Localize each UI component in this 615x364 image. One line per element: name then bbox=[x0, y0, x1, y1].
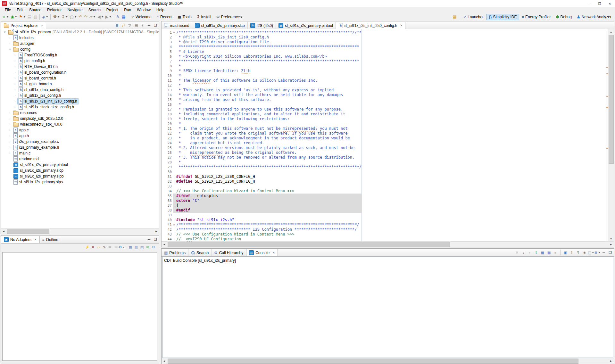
collapse-arrow-icon[interactable]: ∨ bbox=[3, 30, 7, 34]
tree-item-label-wrap[interactable]: hsl_si91x_i2s_init_i2s0_config.h bbox=[17, 98, 79, 104]
new-group-icon[interactable]: ▱ bbox=[96, 244, 102, 250]
scrollbar-thumb[interactable] bbox=[168, 242, 450, 247]
tree-item[interactable]: ›wiseconnect3_sdk_4.0.0 bbox=[1, 121, 159, 127]
expand-arrow-icon[interactable]: › bbox=[13, 65, 17, 68]
tree-item[interactable]: ›hsl_board_control.h bbox=[1, 75, 159, 81]
tree-item-label-wrap[interactable]: config bbox=[12, 46, 32, 53]
collapse-all-icon[interactable]: ⊟ bbox=[114, 22, 120, 28]
tree-item-label-wrap[interactable]: simplicity_sdk_2025.12.0 bbox=[12, 116, 64, 122]
tree-item-label-wrap[interactable]: capp.c bbox=[12, 127, 30, 133]
tree-item-label-wrap[interactable]: sl_si91x_i2s_primary [GNU ARM v12.2.1 - … bbox=[7, 29, 159, 35]
tree-item[interactable]: ›hpin_config.h bbox=[1, 58, 159, 64]
tree-item[interactable]: sl_si91x_i2s_primary.slps bbox=[1, 179, 159, 185]
new-window-icon[interactable]: ▢▼ bbox=[69, 13, 78, 21]
open-perspective-icon[interactable]: ▦ bbox=[452, 13, 458, 21]
mark-occurrences-icon[interactable]: ✎ bbox=[115, 13, 121, 21]
tree-item-label-wrap[interactable]: hpin_config.h bbox=[17, 58, 46, 64]
scroll-lock-icon[interactable]: ⇩ bbox=[569, 250, 575, 255]
menu-search[interactable]: Search bbox=[86, 7, 104, 13]
tree-item[interactable]: ›hsl_si91x_dma_config.h bbox=[1, 87, 159, 93]
recent-link[interactable]: ◔Recent bbox=[154, 15, 175, 19]
tree-item-label-wrap[interactable]: autogen bbox=[12, 41, 35, 47]
tree-item-label-wrap[interactable]: readme.md bbox=[12, 156, 40, 162]
tree-item-label-wrap[interactable]: hsl_si91x_dma_config.h bbox=[17, 87, 65, 93]
tree-item-label-wrap[interactable]: ▦sl_si91x_i2s_primary.pintool bbox=[12, 162, 69, 168]
tree-item[interactable]: ›happ.h bbox=[1, 133, 159, 139]
close-button[interactable]: ✕ bbox=[605, 0, 615, 7]
horizontal-layout-icon[interactable]: ▥ bbox=[133, 244, 139, 250]
menu-help[interactable]: Help bbox=[154, 7, 167, 13]
editor-vscrollbar[interactable]: ▲ ▼ bbox=[608, 29, 614, 242]
tree-item-label-wrap[interactable]: +sl_si91x_i2s_primary.slpb bbox=[12, 173, 65, 179]
pin-console-icon[interactable]: ◈ bbox=[582, 250, 587, 255]
expand-arrow-icon[interactable]: › bbox=[8, 111, 12, 114]
new-wizard-icon[interactable]: ✳▼ bbox=[1, 13, 10, 21]
close-icon[interactable]: ✕ bbox=[272, 251, 275, 254]
scroll-up-icon[interactable]: ▲ bbox=[608, 29, 614, 35]
tree-item-label-wrap[interactable]: ∴sl_si91x_i2s_primary.slcp bbox=[12, 168, 65, 174]
scan-icon[interactable]: ✂ bbox=[113, 244, 119, 250]
scroll-left-icon[interactable]: ◀ bbox=[1, 228, 6, 234]
maximize-icon[interactable]: ❐ bbox=[153, 236, 158, 242]
tree-item[interactable]: ›simplicity_sdk_2025.12.0 bbox=[1, 116, 159, 121]
tree-item[interactable]: ›hsl_si91x_i2s_init_i2s0_config.h bbox=[1, 98, 159, 104]
expand-arrow-icon[interactable]: › bbox=[8, 128, 12, 132]
tab-project-explorer[interactable]: Project Explorer ✕ bbox=[1, 22, 46, 29]
redo-icon[interactable]: ↷ bbox=[83, 13, 88, 21]
tree-item-label-wrap[interactable]: hFreeRTOSConfig.h bbox=[17, 52, 58, 58]
expand-arrow-icon[interactable]: › bbox=[8, 146, 12, 149]
console-hscrollbar[interactable]: ◀ ▶ bbox=[162, 358, 614, 364]
expand-arrow-icon[interactable]: › bbox=[13, 59, 17, 62]
tree-item[interactable]: ›hIncludes bbox=[1, 35, 159, 41]
editor-hscrollbar[interactable]: ◀ ▶ bbox=[162, 241, 614, 247]
tree-item[interactable]: ∴sl_si91x_i2s_primary.slcp bbox=[1, 168, 159, 173]
expand-arrow-icon[interactable]: › bbox=[8, 123, 12, 126]
tab-call-hierarchy[interactable]: ⚙Call Hierarchy bbox=[212, 249, 246, 256]
close-icon[interactable]: ✕ bbox=[41, 24, 43, 27]
editor-tab-readme-md[interactable]: readme.md bbox=[162, 22, 192, 29]
remove-view-icon[interactable]: ⊟ bbox=[151, 244, 156, 250]
save-all-icon[interactable]: ▥ bbox=[32, 13, 38, 21]
show-console-on-output-icon[interactable]: ⇧ bbox=[533, 250, 539, 255]
maximize-icon[interactable]: ❐ bbox=[607, 250, 613, 255]
tree-item[interactable]: ›hsl_si91x_stack_size_config.h bbox=[1, 104, 159, 110]
menu-refactor[interactable]: Refactor bbox=[44, 7, 64, 13]
tree-item[interactable]: ›autogen bbox=[1, 41, 159, 46]
next-annotation-icon[interactable]: ↓ bbox=[520, 250, 526, 255]
back-icon[interactable]: ◀▼ bbox=[96, 13, 104, 21]
tab-no-adapters[interactable]: ▣No Adapters✕ bbox=[1, 236, 40, 243]
collapse-all-icon[interactable]: ▩ bbox=[546, 250, 552, 255]
tree-item-label-wrap[interactable]: hsl_board_control.h bbox=[17, 75, 57, 81]
tools-link[interactable]: ▦Tools bbox=[175, 15, 194, 19]
tree-item-label-wrap[interactable]: hRTE_Device_917.h bbox=[17, 64, 59, 70]
expand-all-icon[interactable]: ▦ bbox=[540, 250, 545, 255]
settings-icon[interactable]: ⚙▼ bbox=[119, 244, 125, 250]
fold-minus-icon[interactable]: ⊖ bbox=[172, 30, 176, 35]
expand-arrow-icon[interactable]: › bbox=[8, 152, 12, 155]
network-analyzer-button[interactable]: ♟Network Analyzer bbox=[574, 14, 614, 20]
tree-item[interactable]: ›capp.c bbox=[1, 127, 159, 133]
tree-item-label-wrap[interactable]: ci2s_primary_example.c bbox=[12, 139, 60, 145]
tab-outline[interactable]: ≡Outline bbox=[40, 236, 61, 243]
undo-icon[interactable]: ↶ bbox=[78, 13, 83, 21]
tree-item[interactable]: ▦sl_si91x_i2s_primary.pintool bbox=[1, 162, 159, 168]
remove-icon[interactable]: ✕ bbox=[107, 244, 113, 250]
tree-item[interactable]: ›cmain.c bbox=[1, 150, 159, 156]
menu-run[interactable]: Run bbox=[121, 7, 134, 13]
scroll-down-icon[interactable]: ▼ bbox=[608, 236, 614, 242]
menu-source[interactable]: Source bbox=[26, 7, 44, 13]
editor-tab-sl-si91x-i2s-primary-pintool[interactable]: ▦sl_si91x_i2s_primary.pintool bbox=[276, 22, 336, 29]
scroll-left-icon[interactable]: ◀ bbox=[162, 242, 167, 247]
detail-view-icon[interactable]: ▦ bbox=[128, 244, 133, 250]
expand-arrow-icon[interactable]: › bbox=[13, 105, 17, 109]
tree-item[interactable]: ›hsl_si91x_i2s_config.h bbox=[1, 93, 159, 98]
install-link[interactable]: ↧Install bbox=[194, 15, 213, 19]
menu-file[interactable]: File bbox=[2, 7, 14, 13]
minimize-icon[interactable]: ─ bbox=[146, 236, 152, 242]
menu-edit[interactable]: Edit bbox=[14, 7, 26, 13]
scrollbar-thumb[interactable] bbox=[609, 35, 614, 164]
debug-button[interactable]: ✱Debug bbox=[553, 14, 574, 20]
close-icon[interactable]: ✕ bbox=[400, 24, 403, 27]
expand-arrow-icon[interactable]: › bbox=[8, 134, 12, 137]
tree-item-label-wrap[interactable]: wiseconnect3_sdk_4.0.0 bbox=[12, 121, 63, 128]
